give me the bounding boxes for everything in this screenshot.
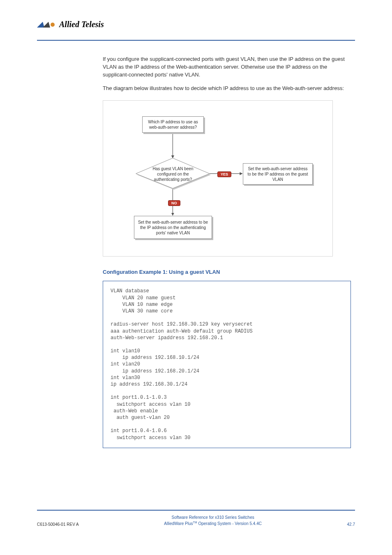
footer-center: Software Reference for x310 Series Switc… xyxy=(79,515,347,527)
footer-doc-id: C613-50046-01 REV A xyxy=(37,522,79,527)
body-text: If you configure the supplicant-connecte… xyxy=(103,56,351,92)
paragraph-2: The diagram below illustrates how to dec… xyxy=(103,85,351,92)
flow-result-no-box: Set the web-auth-server address to be th… xyxy=(134,216,212,239)
flow-decision-text: Has guest VLAN been configured on the au… xyxy=(151,166,195,182)
flow-yes-label: YES xyxy=(217,171,231,177)
flow-start-text: Which IP address to use as web-auth-serv… xyxy=(146,119,200,130)
flowchart-diagram: Which IP address to use as web-auth-serv… xyxy=(103,100,333,257)
flow-start-box: Which IP address to use as web-auth-serv… xyxy=(142,116,204,133)
svg-point-2 xyxy=(51,23,55,27)
footer-line1: Software Reference for x310 Series Switc… xyxy=(79,515,347,520)
flow-result-no-text: Set the web-auth-server address to be th… xyxy=(138,220,208,236)
footer-page-number: 42.7 xyxy=(347,522,355,527)
brand-logo: Allied Telesis xyxy=(37,20,355,29)
header-rule xyxy=(37,40,355,41)
svg-marker-0 xyxy=(37,22,44,28)
flow-result-yes-text: Set the web-auth-server address to be th… xyxy=(247,166,309,182)
flow-no-label: NO xyxy=(168,200,180,206)
footer-line2: AlliedWare PlusTM Operating System - Ver… xyxy=(79,520,347,527)
paragraph-1: If you configure the supplicant-connecte… xyxy=(103,56,351,79)
brand-mark-icon xyxy=(37,21,56,28)
flow-decision-box: Has guest VLAN been configured on the au… xyxy=(148,166,198,182)
svg-marker-1 xyxy=(43,22,50,28)
brand-name: Allied Telesis xyxy=(59,20,104,29)
flow-result-yes-box: Set the web-auth-server address to be th… xyxy=(243,163,313,185)
footer-rule xyxy=(37,510,355,511)
page-footer: C613-50046-01 REV A Software Reference f… xyxy=(37,510,355,527)
config-code-block: VLAN database VLAN 20 name guest VLAN 10… xyxy=(103,281,351,448)
example-title: Configuration Example 1: Using a guest V… xyxy=(103,269,355,275)
